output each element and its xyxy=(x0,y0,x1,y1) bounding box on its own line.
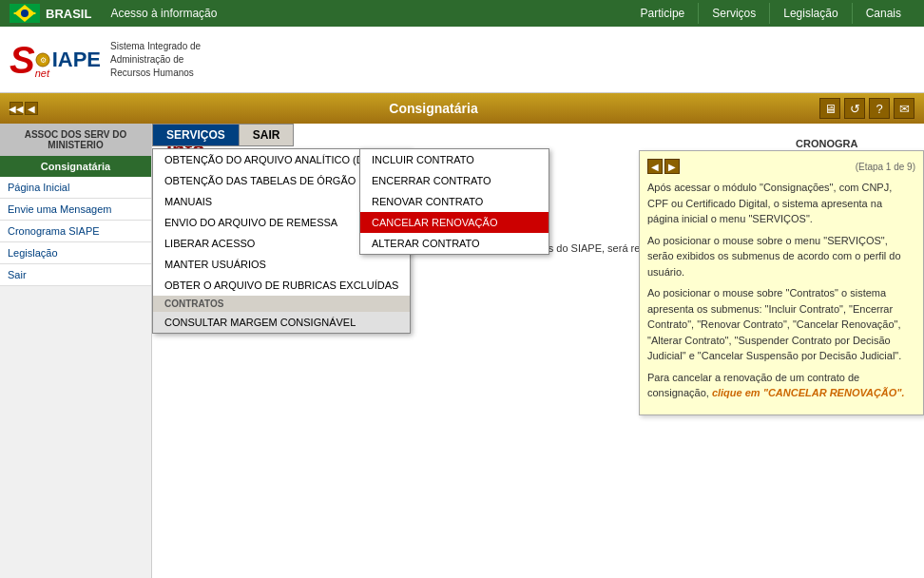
servicos-link[interactable]: Serviços xyxy=(698,3,769,24)
brasil-text: BRASIL xyxy=(46,7,91,21)
toolbar: ◀◀ ◀ Consignatária 🖥 ↺ ? ✉ xyxy=(0,93,924,124)
menu-overlay: SERVIÇOS SAIR OBTENÇÃO DO ARQUIVO ANALÍT… xyxy=(152,124,924,578)
help-icon[interactable]: ? xyxy=(869,98,890,119)
canais-link[interactable]: Canais xyxy=(852,3,914,24)
sub-item-incluir[interactable]: INCLUIR CONTRATO xyxy=(360,149,549,170)
tooltip-nav: ◀ ▶ xyxy=(647,159,680,174)
logo-description: Sistema Integrado de Administração de Re… xyxy=(110,40,201,80)
tooltip-step: (Etapa 1 de 9) xyxy=(856,160,915,174)
org-name: ASSOC DOS SERV DO MINISTERIO xyxy=(0,124,151,156)
sidebar-item-cronograma[interactable]: Cronograma SIAPE xyxy=(0,221,151,242)
sub-item-renovar[interactable]: RENOVAR CONTRATO xyxy=(360,191,549,212)
tooltip-para1: Após acessar o módulo "Consignações", co… xyxy=(647,180,915,227)
sub-dropdown: INCLUIR CONTRATO ENCERRAR CONTRATO RENOV… xyxy=(359,148,549,255)
email-icon[interactable]: ✉ xyxy=(894,98,914,119)
sidebar-item-pagina-inicial[interactable]: Página Inicial xyxy=(0,177,151,199)
brasil-logo: BRASIL xyxy=(10,4,91,23)
toolbar-nav: ◀◀ ◀ xyxy=(10,102,38,115)
tooltip-box: ◀ ▶ (Etapa 1 de 9) Após acessar o módulo… xyxy=(639,150,924,415)
logo-iape: IAPE xyxy=(52,49,101,70)
dropdown-item-manter[interactable]: MANTER USUÁRIOS xyxy=(153,254,410,275)
siape-header: S ⚙ IAPE net Sistema Integrado de Admini… xyxy=(0,27,924,93)
tooltip-para3: Ao posicionar o mouse sobre "Contratos" … xyxy=(647,285,915,364)
menu-bar: SERVIÇOS SAIR xyxy=(152,124,294,146)
tooltip-prev-button[interactable]: ◀ xyxy=(647,159,663,174)
gov-bar: BRASIL Acesso à informação Participe Ser… xyxy=(0,0,924,27)
dropdown-item-margem[interactable]: CONSULTAR MARGEM CONSIGNÁVEL xyxy=(153,312,410,333)
sub-item-alterar[interactable]: ALTERAR CONTRATO xyxy=(360,233,549,254)
access-link[interactable]: Acesso à informação xyxy=(110,7,217,20)
menu-sair[interactable]: SAIR xyxy=(240,125,294,145)
menu-servicos[interactable]: SERVIÇOS xyxy=(153,125,240,145)
nav-back-button[interactable]: ◀ xyxy=(25,102,38,115)
logo-s: S xyxy=(10,41,35,79)
sidebar: ASSOC DOS SERV DO MINISTERIO Consignatár… xyxy=(0,124,152,578)
tooltip-header: ◀ ▶ (Etapa 1 de 9) xyxy=(647,159,915,174)
tooltip-para4: Para cancelar a renovação de um contrato… xyxy=(647,370,915,401)
monitor-icon[interactable]: 🖥 xyxy=(819,98,840,119)
main-layout: ASSOC DOS SERV DO MINISTERIO Consignatár… xyxy=(0,124,924,578)
gov-nav: Participe Serviços Legislação Canais xyxy=(627,3,914,24)
content-area: Info Nova si A Nova s Saiba M NOVA SISTE… xyxy=(152,124,924,578)
toolbar-icons: 🖥 ↺ ? ✉ xyxy=(819,98,914,119)
tooltip-para2: Ao posicionar o mouse sobre o menu "SERV… xyxy=(647,233,915,280)
participe-link[interactable]: Participe xyxy=(627,3,699,24)
legislacao-link[interactable]: Legislação xyxy=(769,3,851,24)
sidebar-title: Consignatária xyxy=(0,156,151,177)
tooltip-next-button[interactable]: ▶ xyxy=(664,159,680,174)
dropdown-item-rubricas[interactable]: OBTER O ARQUIVO DE RUBRICAS EXCLUÍDAS xyxy=(153,275,410,296)
svg-text:⚙: ⚙ xyxy=(39,56,46,65)
sidebar-item-legislacao[interactable]: Legislação xyxy=(0,242,151,264)
toolbar-title: Consignatária xyxy=(51,101,816,116)
sub-item-encerrar[interactable]: ENCERRAR CONTRATO xyxy=(360,170,549,191)
dropdown-contratos-header: CONTRATOS xyxy=(153,296,410,312)
tooltip-content: Após acessar o módulo "Consignações", co… xyxy=(647,180,915,401)
sidebar-item-sair[interactable]: Sair xyxy=(0,264,151,286)
sidebar-item-envie-mensagem[interactable]: Envie uma Mensagem xyxy=(0,199,151,221)
siape-logo: S ⚙ IAPE net Sistema Integrado de Admini… xyxy=(10,40,201,80)
refresh-icon[interactable]: ↺ xyxy=(844,98,865,119)
tooltip-highlight: clique em "CANCELAR RENOVAÇÃO". xyxy=(712,387,905,398)
sub-item-cancelar-renovacao[interactable]: CANCELAR RENOVAÇÃO xyxy=(360,212,549,233)
logo-net: net xyxy=(35,68,49,79)
nav-first-button[interactable]: ◀◀ xyxy=(10,102,23,115)
